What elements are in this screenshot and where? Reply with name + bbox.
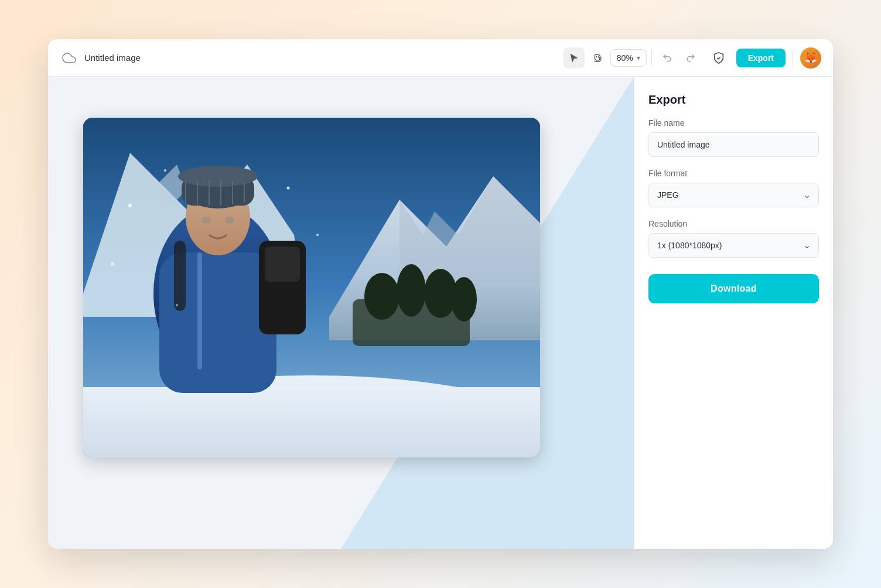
svg-point-30	[225, 217, 234, 224]
hand-tool-button[interactable]	[587, 47, 608, 69]
mountains-svg	[83, 118, 540, 457]
svg-point-36	[176, 304, 178, 306]
file-name-group: File name	[648, 118, 819, 157]
zoom-control[interactable]: 80% ▾	[610, 49, 647, 67]
file-format-group: File format JPEG PNG SVG PDF WebP	[648, 169, 819, 207]
mountain-scene	[83, 118, 540, 457]
cloud-icon	[60, 49, 78, 67]
svg-rect-15	[197, 252, 202, 370]
toolbar-divider-1	[651, 50, 652, 66]
cursor-tool-button[interactable]	[564, 47, 585, 69]
svg-point-35	[316, 234, 319, 236]
svg-point-22	[178, 166, 258, 187]
svg-rect-17	[265, 247, 300, 282]
export-panel: Export File name File format JPEG PNG SV…	[634, 77, 833, 549]
toolbar-center: 80% ▾	[564, 47, 701, 69]
toolbar-divider-2	[793, 50, 793, 66]
file-format-label: File format	[648, 169, 819, 178]
export-button[interactable]: Export	[736, 49, 786, 67]
export-panel-title: Export	[648, 93, 819, 107]
toolbar: Untitled image 80% ▾	[48, 39, 833, 77]
svg-point-7	[364, 273, 399, 320]
toolbar-left: Untitled image	[60, 49, 556, 67]
redo-button[interactable]	[680, 47, 701, 69]
file-format-select[interactable]: JPEG PNG SVG PDF WebP	[648, 183, 819, 207]
image-card	[83, 118, 540, 457]
svg-point-8	[397, 264, 426, 317]
zoom-value: 80%	[617, 53, 633, 63]
svg-point-29	[202, 217, 211, 224]
resolution-select[interactable]: 1x (1080*1080px) 2x (2160*2160px) 3x (32…	[648, 233, 819, 258]
canvas-area[interactable]	[48, 77, 634, 549]
zoom-chevron-icon: ▾	[637, 54, 640, 62]
download-button[interactable]: Download	[648, 274, 819, 303]
avatar[interactable]: 🦊	[800, 47, 821, 69]
svg-point-34	[111, 262, 114, 266]
svg-rect-18	[174, 241, 186, 311]
undo-button[interactable]	[657, 47, 678, 69]
resolution-label: Resolution	[648, 219, 819, 228]
resolution-group: Resolution 1x (1080*1080px) 2x (2160*216…	[648, 219, 819, 258]
svg-rect-12	[83, 387, 540, 457]
document-title: Untitled image	[84, 53, 141, 63]
main-content: Export File name File format JPEG PNG SV…	[48, 77, 833, 549]
svg-point-10	[451, 277, 477, 322]
svg-point-33	[287, 187, 290, 190]
shield-button[interactable]	[708, 47, 729, 69]
svg-point-32	[164, 169, 166, 172]
toolbar-right: Export 🦊	[708, 47, 821, 69]
app-window: Untitled image 80% ▾	[48, 39, 833, 549]
svg-point-31	[128, 204, 132, 207]
resolution-select-wrapper: 1x (1080*1080px) 2x (2160*2160px) 3x (32…	[648, 233, 819, 258]
file-name-input[interactable]	[648, 132, 819, 157]
file-format-select-wrapper: JPEG PNG SVG PDF WebP	[648, 183, 819, 207]
file-name-label: File name	[648, 118, 819, 128]
